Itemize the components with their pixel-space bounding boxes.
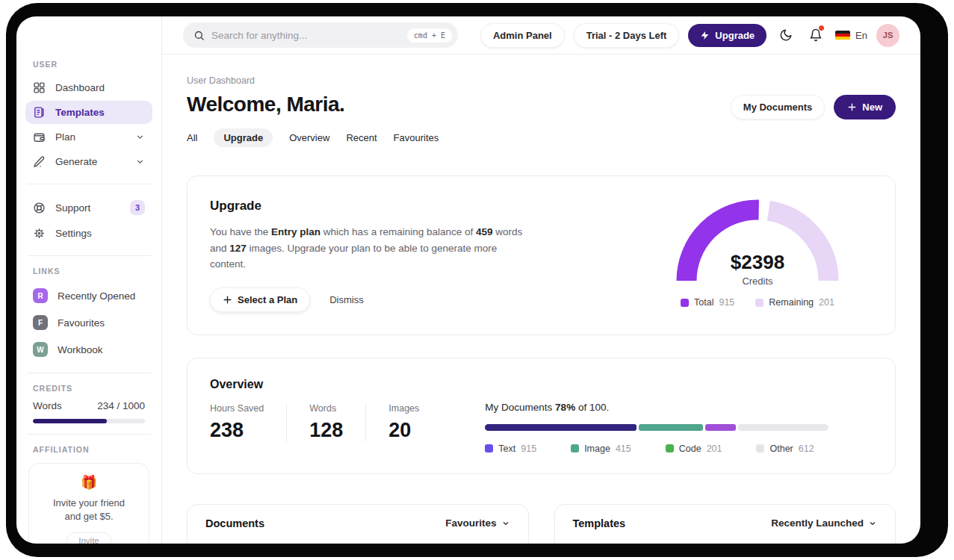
- chevron-down-icon: [501, 519, 510, 528]
- templates-filter-dropdown[interactable]: Recently Launched: [771, 517, 877, 529]
- search-bar[interactable]: cmd + E: [183, 22, 458, 48]
- search-input[interactable]: [211, 30, 400, 41]
- admin-panel-button[interactable]: Admin Panel: [480, 23, 565, 48]
- affiliation-text: Invite your friend and get $5.: [37, 497, 141, 523]
- documents-card-title: Documents: [205, 517, 264, 529]
- sidebar-item-dashboard[interactable]: Dashboard: [25, 76, 152, 99]
- sidebar-item-label: Plan: [55, 131, 126, 143]
- sidebar-item-support[interactable]: Support 3: [25, 195, 152, 220]
- affiliation-card: 🎁 Invite your friend and get $5. Invite: [28, 463, 149, 544]
- dismiss-button[interactable]: Dismiss: [329, 294, 364, 305]
- main-area: cmd + E Admin Panel Trial - 2 Days Left …: [162, 16, 920, 544]
- page-content: User Dashboard Welcome, Maria. All Upgra…: [162, 55, 920, 544]
- documents-card-header: Documents Favourites: [188, 505, 528, 543]
- invite-button[interactable]: Invite: [66, 532, 111, 544]
- sidebar-section-credits: CREDITS: [25, 384, 152, 393]
- legend-swatch: [755, 299, 763, 307]
- documents-filter-dropdown[interactable]: Favourites: [445, 517, 509, 529]
- topbar: cmd + E Admin Panel Trial - 2 Days Left …: [162, 16, 920, 55]
- page-title: Welcome, Maria.: [187, 93, 439, 116]
- credits-progress-fill: [33, 419, 107, 423]
- sidebar-link-label: Recently Opened: [58, 290, 145, 302]
- my-documents-button[interactable]: My Documents: [731, 95, 825, 119]
- bottom-cards-row: Documents Favourites Untitled Document i…: [187, 504, 896, 544]
- gauge-value: $2398: [669, 251, 846, 274]
- tab-all[interactable]: All: [187, 128, 197, 147]
- search-shortcut-badge: cmd + E: [407, 28, 452, 43]
- bolt-icon: [700, 31, 710, 40]
- sidebar-section-links: LINKS: [25, 267, 152, 276]
- upgrade-button[interactable]: Upgrade: [688, 24, 766, 47]
- sidebar-link-label: Favourites: [58, 317, 145, 329]
- gauge-label: Credits: [669, 276, 846, 287]
- credits-gauge: $2398 Credits Total 915: [669, 193, 846, 308]
- tab-recent[interactable]: Recent: [346, 128, 377, 147]
- credits-row: Words 234 / 1000: [25, 400, 152, 411]
- notifications-button[interactable]: [805, 25, 826, 46]
- sidebar-item-label: Support: [55, 202, 120, 214]
- legend-item-image: Image 415: [571, 444, 631, 454]
- overview-stats-block: Overview Hours Saved 238 Words 128: [210, 378, 442, 454]
- sidebar-link-favourites[interactable]: F Favourites: [25, 310, 152, 335]
- user-avatar[interactable]: JS: [876, 24, 899, 47]
- credits-progress-bar: [33, 419, 145, 423]
- sidebar-item-label: Generate: [55, 156, 126, 167]
- legend-item-other: Other 612: [756, 444, 814, 454]
- upgrade-card-body: You have the Entry plan which has a rema…: [210, 224, 524, 273]
- documents-progress-block: My Documents 78% of 100. Text 915: [485, 378, 828, 454]
- overview-card: Overview Hours Saved 238 Words 128: [187, 358, 896, 474]
- sidebar-item-templates[interactable]: Templates: [25, 101, 152, 124]
- tab-upgrade[interactable]: Upgrade: [214, 128, 273, 147]
- gift-icon: 🎁: [37, 474, 141, 491]
- grid-icon: [33, 81, 46, 94]
- chevron-down-icon: [135, 132, 145, 142]
- sidebar-item-plan[interactable]: Plan: [25, 125, 152, 149]
- header-actions: My Documents New: [731, 95, 896, 119]
- legend-swatch: [571, 444, 579, 452]
- chevron-down-icon: [135, 157, 145, 167]
- upgrade-card: Upgrade You have the Entry plan which ha…: [187, 175, 896, 335]
- germany-flag-icon: [835, 31, 850, 40]
- tabs: All Upgrade Overview Recent Favourites: [187, 128, 439, 147]
- sidebar-link-workbook[interactable]: W Workbook: [25, 337, 152, 362]
- gear-icon: [33, 227, 46, 240]
- sidebar-item-label: Templates: [55, 107, 145, 118]
- bar-segment-text: [485, 424, 636, 431]
- sidebar-link-recently-opened[interactable]: R Recently Opened: [25, 283, 152, 308]
- link-letter-badge: R: [33, 288, 48, 303]
- dark-mode-toggle[interactable]: [775, 25, 796, 46]
- sidebar-item-generate[interactable]: Generate: [25, 150, 152, 173]
- page-header: User Dashboard Welcome, Maria. All Upgra…: [187, 75, 896, 147]
- plus-icon: [847, 102, 857, 112]
- sidebar-link-label: Workbook: [58, 344, 145, 355]
- sidebar-item-settings[interactable]: Settings: [25, 222, 152, 245]
- language-label: En: [855, 30, 867, 41]
- stats-row: Hours Saved 238 Words 128 Images 20: [210, 403, 442, 442]
- legend-item-remaining: Remaining 201: [755, 297, 834, 308]
- document-row[interactable]: Untitled Document in Workbook: [188, 543, 528, 544]
- legend-swatch: [681, 299, 689, 307]
- templates-card-header: Templates Recently Launched: [555, 505, 896, 543]
- new-button[interactable]: New: [834, 95, 896, 119]
- pencil-icon: [33, 155, 46, 168]
- divider: [27, 255, 151, 256]
- sidebar: USER Dashboard Templates Plan Generate: [16, 16, 162, 544]
- tab-favourites[interactable]: Favourites: [394, 128, 439, 147]
- bar-segment-other: [738, 424, 829, 431]
- documents-progress-label: My Documents 78% of 100.: [485, 402, 828, 413]
- chevron-down-icon: [868, 519, 877, 528]
- trial-badge[interactable]: Trial - 2 Days Left: [574, 23, 680, 48]
- sidebar-item-label: Settings: [55, 228, 145, 239]
- template-row[interactable]: Blog Post Title in Workbook: [555, 543, 896, 544]
- tab-overview[interactable]: Overview: [289, 128, 329, 147]
- screenshot-stage: USER Dashboard Templates Plan Generate: [0, 0, 954, 560]
- language-selector[interactable]: En: [835, 30, 867, 41]
- support-count-badge: 3: [130, 200, 145, 215]
- gauge-legend: Total 915 Remaining 201: [669, 297, 846, 308]
- breadcrumb: User Dashboard: [187, 75, 439, 86]
- select-plan-button[interactable]: Select a Plan: [210, 287, 310, 312]
- lifebuoy-icon: [33, 202, 46, 214]
- app-window: USER Dashboard Templates Plan Generate: [16, 16, 920, 544]
- notification-dot: [819, 25, 824, 31]
- bar-segment-image: [639, 424, 703, 431]
